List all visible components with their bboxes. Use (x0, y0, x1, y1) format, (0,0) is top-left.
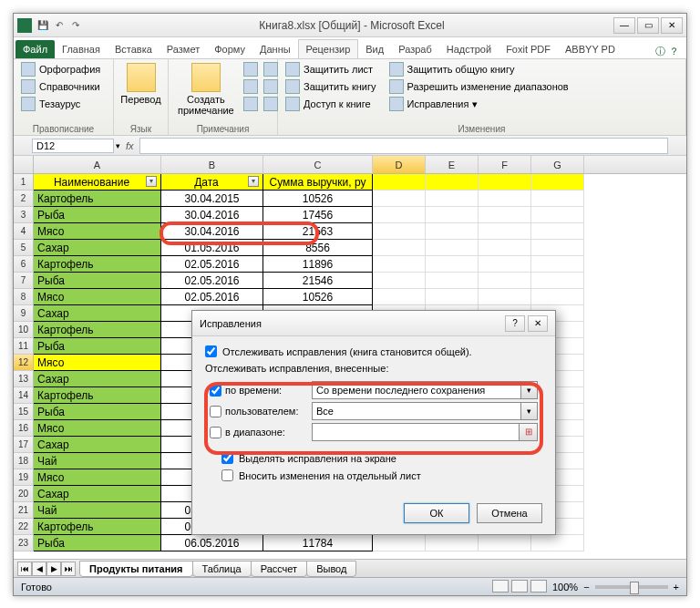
cell[interactable]: Мясо (34, 289, 161, 305)
prev-sheet-button[interactable]: ◀ (32, 562, 46, 576)
cell[interactable]: 01.05.2016 (161, 240, 263, 256)
cell[interactable]: Рыба (34, 535, 161, 551)
cell[interactable]: Сахар (34, 240, 161, 256)
cell[interactable]: Мясо (34, 223, 161, 240)
empty-cell[interactable] (426, 273, 479, 289)
range-picker-button[interactable]: ⊞ (520, 423, 538, 441)
by-time-dropdown-button[interactable]: ▾ (521, 381, 538, 399)
cell[interactable]: 30.04.2016 (161, 223, 263, 240)
header-cell[interactable]: Сумма выручки, ру▾ (263, 174, 373, 191)
separate-check-input[interactable] (221, 469, 233, 481)
empty-cell[interactable] (479, 240, 531, 256)
empty-cell[interactable] (479, 223, 531, 240)
cell[interactable]: Сахар (34, 305, 161, 322)
col-header-A[interactable]: A (34, 156, 161, 173)
show-all-button[interactable] (262, 78, 280, 95)
protect-workbook-button[interactable]: Защитить книгу (283, 78, 378, 95)
row-header[interactable]: 17 (14, 437, 34, 453)
cell[interactable]: Рыба (34, 338, 161, 355)
cell[interactable]: Мясо (34, 355, 161, 371)
header-cell[interactable]: Наименование▾ (34, 174, 161, 191)
cell[interactable]: Сахар (34, 486, 161, 502)
empty-cell[interactable] (479, 207, 531, 223)
tab-foxit[interactable]: Foxit PDF (499, 40, 558, 58)
empty-cell[interactable] (531, 223, 584, 240)
last-sheet-button[interactable]: ⏭ (61, 562, 76, 576)
cell[interactable]: Чай (34, 453, 161, 469)
empty-cell[interactable] (426, 174, 479, 191)
next-sheet-button[interactable]: ▶ (46, 562, 61, 576)
cell[interactable]: 10526 (263, 289, 373, 305)
empty-cell[interactable] (531, 240, 584, 256)
row-header[interactable]: 7 (14, 273, 34, 289)
track-changes-button[interactable]: Исправления ▾ (387, 96, 571, 112)
tab-review[interactable]: Рецензир (298, 39, 359, 58)
col-header-F[interactable]: F (479, 156, 531, 173)
by-range-input[interactable] (312, 423, 520, 441)
cell[interactable]: 21546 (263, 273, 373, 289)
filter-button[interactable]: ▾ (146, 176, 157, 187)
select-all-corner[interactable] (14, 156, 34, 173)
zoom-in-button[interactable]: + (674, 582, 679, 593)
cancel-button[interactable]: Отмена (477, 503, 542, 523)
track-changes-checkbox[interactable]: Отслеживать исправления (книга становитс… (205, 345, 542, 357)
cell[interactable]: Сахар (34, 371, 161, 387)
row-header[interactable]: 21 (14, 502, 34, 519)
protect-shared-button[interactable]: Защитить общую книгу (387, 61, 571, 77)
cell[interactable]: Рыба (34, 207, 161, 223)
row-header[interactable]: 4 (14, 223, 34, 240)
tab-data[interactable]: Данны (252, 40, 298, 58)
empty-cell[interactable] (426, 256, 479, 273)
highlight-check-input[interactable] (221, 452, 233, 464)
row-header[interactable]: 19 (14, 469, 34, 486)
allow-ranges-button[interactable]: Разрешить изменение диапазонов (387, 78, 571, 95)
prev-comment-button[interactable] (242, 78, 260, 95)
first-sheet-button[interactable]: ⏮ (17, 562, 32, 576)
cell[interactable]: 10526 (263, 191, 373, 207)
cell[interactable]: Мясо (34, 420, 161, 437)
spelling-button[interactable]: Орфография (19, 61, 108, 77)
empty-cell[interactable] (373, 256, 426, 273)
empty-cell[interactable] (373, 223, 426, 240)
separate-sheet-checkbox[interactable]: Вносить изменения на отдельный лист (221, 469, 542, 481)
cell[interactable]: Мясо (34, 469, 161, 486)
next-comment-button[interactable] (242, 96, 260, 112)
empty-cell[interactable] (531, 535, 584, 551)
pagebreak-view-button[interactable] (530, 580, 547, 593)
empty-cell[interactable] (479, 191, 531, 207)
translate-button[interactable]: Перевод (119, 61, 162, 107)
empty-cell[interactable] (426, 289, 479, 305)
cell[interactable]: 21563 (263, 223, 373, 240)
close-button[interactable]: ✕ (661, 17, 683, 34)
by-user-checkbox[interactable] (210, 406, 221, 417)
dialog-help-button[interactable]: ? (505, 315, 525, 332)
by-range-checkbox[interactable] (210, 427, 221, 438)
cell[interactable]: Картофель (34, 322, 161, 338)
tab-formulas[interactable]: Форму (207, 40, 252, 58)
cell[interactable]: 02.05.2016 (161, 289, 263, 305)
delete-comment-button[interactable] (242, 61, 260, 77)
cell[interactable]: 30.04.2016 (161, 207, 263, 223)
dialog-titlebar[interactable]: Исправления ? ✕ (192, 311, 555, 336)
col-header-G[interactable]: G (531, 156, 584, 173)
research-button[interactable]: Справочники (19, 78, 108, 95)
sheet-tab-2[interactable]: Рассчет (251, 561, 308, 577)
cell[interactable]: 11784 (263, 535, 373, 551)
cell[interactable]: Сахар (34, 437, 161, 453)
tab-addins[interactable]: Надстрой (439, 40, 499, 58)
row-header[interactable]: 20 (14, 486, 34, 502)
fx-icon[interactable]: fx (126, 140, 134, 151)
empty-cell[interactable] (531, 207, 584, 223)
zoom-slider[interactable] (595, 585, 668, 589)
row-header[interactable]: 23 (14, 535, 34, 551)
highlight-on-screen-checkbox[interactable]: Выделять исправления на экране (221, 452, 542, 464)
share-workbook-button[interactable]: Доступ к книге (283, 96, 378, 112)
by-time-checkbox[interactable] (210, 385, 221, 397)
empty-cell[interactable] (373, 273, 426, 289)
tab-view[interactable]: Вид (358, 40, 391, 58)
row-header[interactable]: 11 (14, 338, 34, 355)
cell[interactable]: 30.04.2015 (161, 191, 263, 207)
thesaurus-button[interactable]: Тезаурус (19, 96, 108, 112)
by-user-dropdown-button[interactable]: ▾ (521, 402, 538, 420)
row-header[interactable]: 3 (14, 207, 34, 223)
